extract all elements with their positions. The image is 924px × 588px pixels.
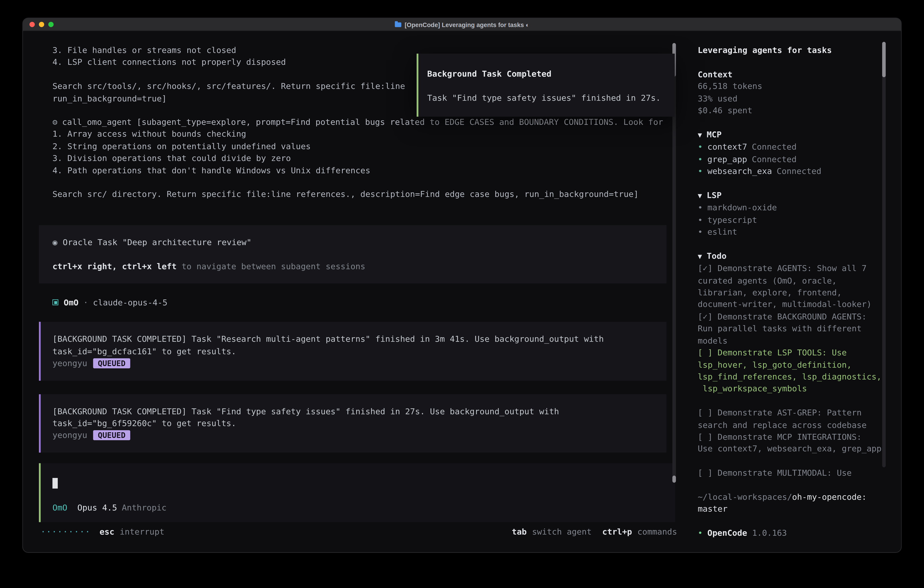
screen: [OpenCode] Leveraging agents for tasks ◐… [0, 0, 924, 588]
session-sidebar: Leveraging agents for tasks Context 66,5… [698, 31, 880, 539]
agent-header: OmO · claude-opus-4-5 [39, 297, 677, 309]
message-body: [BACKGROUND TASK COMPLETED] Task "Resear… [53, 333, 667, 357]
collapse-icon: ▼ [698, 192, 702, 200]
prompt-input-box[interactable]: OmO Opus 4.5 Anthropic [39, 463, 675, 522]
todo-item: [ ] Demonstrate MULTIMODAL: Use [698, 467, 880, 479]
message-meta: yeongyu QUEUED [53, 429, 667, 441]
agent-separator: · [83, 297, 88, 309]
context-tokens: 66,518 tokens [698, 80, 880, 92]
lsp-item-name: markdown-oxide [707, 202, 777, 214]
minimize-window-button[interactable] [39, 22, 44, 27]
workspace-branch: master [698, 504, 728, 514]
input-provider-name: Anthropic [122, 501, 167, 514]
main-scrollbar-thumb-bottom[interactable] [672, 476, 676, 483]
oracle-hint: ctrl+x right, ctrl+x left to navigate be… [53, 260, 667, 273]
app-version: •OpenCode 1.0.163 [698, 527, 880, 539]
zoom-window-button[interactable] [48, 22, 54, 27]
toast-title: Background Task Completed [427, 68, 675, 80]
tab-key-label: switch agent [532, 526, 592, 538]
context-used: 33% used [698, 92, 880, 104]
workspace-dir: ~/local-workspaces/ [698, 492, 792, 501]
app-name: OpenCode [707, 528, 747, 537]
message-card: [BACKGROUND TASK COMPLETED] Task "Find t… [39, 394, 667, 453]
message-card: [BACKGROUND TASK COMPLETED] Task "Resear… [39, 322, 667, 380]
spinner-dots: ········· [41, 526, 91, 538]
todo-item: [✓] Demonstrate BACKGROUND AGENTS: Run p… [698, 311, 880, 347]
context-heading: Context [698, 68, 880, 80]
input-model-name: Opus 4.5 [77, 501, 117, 514]
lsp-item: •typescript [698, 214, 880, 226]
mcp-section: ▼MCP •context7Connected •grep_appConnect… [698, 129, 880, 177]
oracle-icon: ◉ [53, 237, 58, 247]
window-title-group: [OpenCode] Leveraging agents for tasks ◐ [395, 21, 530, 28]
mcp-item-name: websearch_exa [707, 165, 772, 177]
esc-key-label: interrupt [120, 526, 165, 538]
oracle-task-panel: ◉Oracle Task "Deep architecture review" … [39, 225, 667, 284]
bullet-icon: • [698, 153, 703, 165]
toast-body: Task "Find type safety issues" finished … [427, 92, 675, 104]
window-controls [30, 18, 54, 30]
lsp-item: •eslint [698, 226, 880, 238]
agent-square-icon [53, 299, 58, 306]
status-left: ········· esc interrupt [41, 526, 164, 538]
mcp-heading[interactable]: ▼MCP [698, 129, 880, 141]
bullet-icon: • [698, 141, 703, 153]
gear-icon: ⚙ [53, 117, 58, 127]
tool-call-body: 1. Array access without bounds checking … [53, 128, 677, 200]
document-icon [395, 22, 401, 27]
message-body: [BACKGROUND TASK COMPLETED] Task "Find t… [53, 405, 667, 429]
window-title: [OpenCode] Leveraging agents for tasks ◐ [405, 21, 530, 28]
todo-section: ▼Todo [✓] Demonstrate AGENTS: Show all 7… [698, 250, 880, 479]
mcp-heading-label: MCP [707, 130, 722, 139]
collapse-icon: ▼ [698, 252, 702, 260]
background-task-toast: Background Task Completed Task "Find typ… [416, 54, 675, 117]
mcp-item: •websearch_exaConnected [698, 165, 880, 177]
todo-heading[interactable]: ▼Todo [698, 250, 880, 263]
close-window-button[interactable] [30, 22, 35, 27]
mcp-item-status: Connected [752, 153, 797, 165]
collapse-icon: ▼ [698, 131, 702, 139]
ctrlp-key-label: commands [637, 526, 677, 538]
ctrlp-key-hint: ctrl+p [602, 526, 632, 538]
context-spent: $0.46 spent [698, 104, 880, 116]
esc-key-hint: esc [100, 526, 115, 538]
workspace-repo: oh-my-opencode: [792, 492, 867, 501]
workspace-path: ~/local-workspaces/oh-my-opencode: maste… [698, 491, 880, 515]
message-author: yeongyu [53, 429, 87, 441]
oracle-task-title: Oracle Task "Deep architecture review" [63, 237, 251, 247]
status-badge: QUEUED [93, 358, 130, 368]
sidebar-scrollbar-track[interactable] [882, 42, 886, 467]
lsp-heading[interactable]: ▼LSP [698, 189, 880, 202]
lsp-item: •markdown-oxide [698, 202, 880, 214]
tool-call-output: ⚙call_omo_agent [subagent_type=explore, … [39, 116, 677, 200]
bullet-icon: • [698, 202, 703, 214]
input-agent-name: OmO [53, 501, 68, 514]
bullet-icon: • [698, 165, 703, 177]
terminal-window: [OpenCode] Leveraging agents for tasks ◐… [22, 18, 901, 553]
status-badge: QUEUED [93, 430, 130, 440]
session-title: Leveraging agents for tasks [698, 44, 880, 56]
app-version-number: 1.0.163 [752, 528, 787, 537]
lsp-item-name: typescript [707, 214, 757, 226]
context-section: Context 66,518 tokens 33% used $0.46 spe… [698, 68, 880, 116]
todo-item-active: [ ] Demonstrate LSP TOOLS: Use lsp_hover… [698, 347, 880, 395]
oracle-hint-text: to navigate between subagent sessions [177, 261, 365, 271]
message-author: yeongyu [53, 357, 87, 369]
mcp-item-name: grep_app [707, 153, 747, 165]
tab-key-hint: tab [512, 526, 527, 538]
text-cursor [53, 478, 58, 489]
oracle-hint-keys: ctrl+x right, ctrl+x left [53, 261, 177, 271]
prompt-input-line[interactable] [53, 477, 675, 489]
lsp-heading-label: LSP [707, 190, 722, 200]
mcp-item-status: Connected [752, 141, 797, 153]
titlebar[interactable]: [OpenCode] Leveraging agents for tasks ◐ [23, 18, 901, 31]
todo-item: [✓] Demonstrate AGENTS: Show all 7 curat… [698, 263, 880, 311]
bullet-icon: • [698, 528, 703, 537]
mcp-item-name: context7 [707, 141, 747, 153]
message-meta: yeongyu QUEUED [53, 357, 667, 369]
mcp-item: •context7Connected [698, 141, 880, 153]
sidebar-scrollbar-thumb[interactable] [882, 42, 886, 77]
bullet-icon: • [698, 226, 703, 238]
mcp-item-status: Connected [777, 165, 822, 177]
bullet-icon: • [698, 214, 703, 226]
